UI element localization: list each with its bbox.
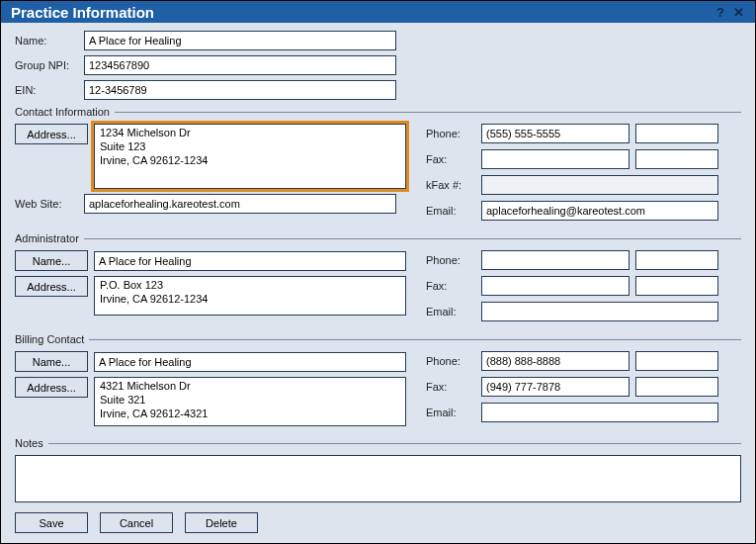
website-input[interactable] bbox=[84, 194, 396, 214]
admin-fieldset: Administrator Name... Address... P.O. Bo… bbox=[15, 232, 741, 327]
contact-address-box[interactable]: 1234 Michelson Dr Suite 123 Irvine, CA 9… bbox=[94, 124, 406, 189]
billing-phone-input[interactable] bbox=[481, 351, 630, 371]
billing-addr-line1: 4321 Michelson Dr bbox=[100, 380, 400, 394]
contact-phone-ext-input[interactable] bbox=[635, 124, 718, 143]
billing-address-box[interactable]: 4321 Michelson Dr Suite 321 Irvine, CA 9… bbox=[94, 377, 406, 426]
admin-phone-ext-input[interactable] bbox=[635, 250, 718, 270]
contact-email-input[interactable] bbox=[481, 201, 718, 221]
billing-fax-label: Fax: bbox=[426, 381, 481, 393]
contact-address-button[interactable]: Address... bbox=[15, 124, 88, 144]
notes-fieldset: Notes bbox=[15, 437, 741, 504]
notes-legend: Notes bbox=[15, 437, 48, 449]
admin-fax-ext-input[interactable] bbox=[635, 276, 718, 296]
cancel-button[interactable]: Cancel bbox=[100, 512, 173, 533]
billing-name-input[interactable] bbox=[94, 352, 406, 372]
billing-address-button[interactable]: Address... bbox=[15, 377, 88, 398]
contact-email-label: Email: bbox=[426, 205, 481, 217]
ein-input[interactable] bbox=[84, 80, 396, 100]
contact-fax-label: Fax: bbox=[426, 153, 481, 165]
close-icon[interactable]: ✕ bbox=[729, 5, 747, 20]
billing-legend: Billing Contact bbox=[15, 333, 89, 345]
admin-addr-line2: Irvine, CA 92612-1234 bbox=[100, 293, 400, 307]
website-label: Web Site: bbox=[15, 198, 84, 210]
contact-fax-ext-input[interactable] bbox=[635, 149, 718, 169]
contact-fax-input[interactable] bbox=[481, 149, 630, 169]
contact-phone-input[interactable] bbox=[481, 124, 630, 143]
admin-phone-input[interactable] bbox=[481, 250, 630, 270]
admin-address-button[interactable]: Address... bbox=[15, 276, 88, 297]
save-button[interactable]: Save bbox=[15, 512, 88, 533]
admin-phone-label: Phone: bbox=[426, 254, 481, 266]
billing-fax-ext-input[interactable] bbox=[635, 377, 718, 397]
billing-phone-label: Phone: bbox=[426, 355, 481, 367]
practice-name-input[interactable] bbox=[84, 31, 396, 50]
contact-addr-line1: 1234 Michelson Dr bbox=[100, 127, 400, 140]
contact-legend: Contact Information bbox=[15, 106, 115, 118]
billing-addr-line3: Irvine, CA 92612-4321 bbox=[100, 408, 400, 421]
admin-name-input[interactable] bbox=[94, 251, 406, 271]
contact-addr-line2: Suite 123 bbox=[100, 140, 400, 154]
contact-kfax-label: kFax #: bbox=[426, 179, 481, 191]
admin-name-button[interactable]: Name... bbox=[15, 250, 88, 271]
groupnpi-label: Group NPI: bbox=[15, 59, 84, 71]
button-bar: Save Cancel Delete bbox=[15, 512, 741, 533]
billing-phone-ext-input[interactable] bbox=[635, 351, 718, 371]
help-icon[interactable]: ? bbox=[712, 5, 729, 20]
billing-email-label: Email: bbox=[426, 407, 481, 418]
contact-fieldset: Contact Information Address... 1234 Mich… bbox=[15, 106, 741, 227]
admin-email-input[interactable] bbox=[481, 302, 718, 321]
practice-info-dialog: Practice Information ? ✕ Name: Group NPI… bbox=[0, 0, 756, 544]
groupnpi-input[interactable] bbox=[84, 55, 396, 75]
admin-fax-label: Fax: bbox=[426, 280, 481, 292]
ein-label: EIN: bbox=[15, 84, 84, 96]
admin-email-label: Email: bbox=[426, 306, 481, 317]
billing-email-input[interactable] bbox=[481, 403, 718, 422]
admin-fax-input[interactable] bbox=[481, 276, 630, 296]
name-label: Name: bbox=[15, 35, 84, 46]
delete-button[interactable]: Delete bbox=[185, 512, 258, 533]
notes-textarea[interactable] bbox=[15, 455, 741, 502]
contact-phone-label: Phone: bbox=[426, 128, 481, 139]
contact-addr-line3: Irvine, CA 92612-1234 bbox=[100, 154, 400, 168]
admin-addr-line1: P.O. Box 123 bbox=[100, 279, 400, 293]
admin-address-box[interactable]: P.O. Box 123 Irvine, CA 92612-1234 bbox=[94, 276, 406, 316]
admin-legend: Administrator bbox=[15, 232, 84, 244]
contact-kfax-input bbox=[481, 175, 718, 195]
titlebar: Practice Information ? ✕ bbox=[1, 1, 755, 23]
billing-fieldset: Billing Contact Name... Address... 4321 … bbox=[15, 333, 741, 431]
billing-addr-line2: Suite 321 bbox=[100, 394, 400, 408]
billing-fax-input[interactable] bbox=[481, 377, 630, 397]
billing-name-button[interactable]: Name... bbox=[15, 351, 88, 372]
window-title: Practice Information bbox=[11, 4, 154, 21]
